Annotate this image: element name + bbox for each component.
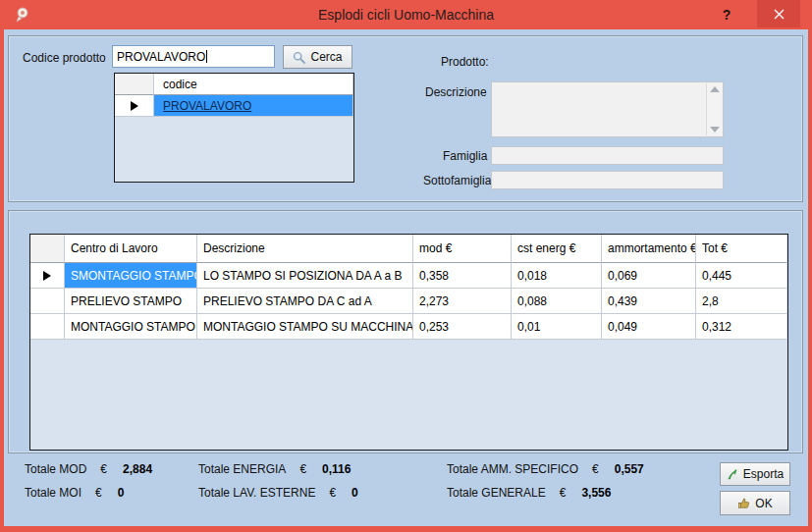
row-selector-cell[interactable] xyxy=(115,95,154,117)
famiglia-label: Famiglia xyxy=(443,149,487,163)
totale-moi: Totale MOI € 0 xyxy=(25,486,124,500)
table-row[interactable]: SMONTAGGIO STAMPO LO STAMPO SI POSIZIONA… xyxy=(30,263,787,289)
sottofamiglia-field xyxy=(491,171,724,189)
ok-button[interactable]: OK xyxy=(720,491,790,515)
codice-prodotto-input[interactable]: PROVALAVORO xyxy=(112,45,275,68)
cell-tot[interactable]: 0,445 xyxy=(696,263,786,289)
euro-symbol: € xyxy=(560,486,567,500)
cell-descrizione[interactable]: PRELIEVO STAMPO DA C ad A xyxy=(197,289,413,314)
cell-centro[interactable]: MONTAGGIO STAMPO xyxy=(65,314,197,340)
codice-prodotto-value: PROVALAVORO xyxy=(117,50,205,64)
table-row[interactable]: MONTAGGIO STAMPO MONTAGGIO STAMPO SU MAC… xyxy=(30,314,787,340)
results-grid-header: codice xyxy=(115,74,353,95)
export-icon xyxy=(727,468,738,480)
col-descrizione: Descrizione xyxy=(197,235,413,263)
esporta-button-label: Esporta xyxy=(743,467,784,481)
results-selector-header xyxy=(115,74,154,95)
col-tot: Tot € xyxy=(696,235,786,263)
cell-centro[interactable]: SMONTAGGIO STAMPO xyxy=(65,263,197,289)
totale-amm-specifico: Totale AMM. SPECIFICO € 0,557 xyxy=(447,462,644,476)
euro-symbol: € xyxy=(95,486,102,500)
text-caret xyxy=(206,50,207,63)
thumbs-up-icon xyxy=(737,497,750,509)
dialog-window: Esplodi cicli Uomo-Macchina ? Codice pro… xyxy=(0,0,812,532)
cell-mod[interactable]: 0,358 xyxy=(413,263,512,289)
search-panel: Codice prodotto PROVALAVORO Cerca codice… xyxy=(8,35,803,202)
cell-ammortamento[interactable]: 0,069 xyxy=(602,263,696,289)
cell-cst-energ[interactable]: 0,01 xyxy=(512,314,602,340)
current-row-marker-icon xyxy=(43,271,51,281)
cycles-grid: Centro di Lavoro Descrizione mod € cst e… xyxy=(29,234,788,451)
totale-lav-esterne-value: 0 xyxy=(352,486,358,500)
euro-symbol: € xyxy=(329,486,336,500)
totale-generale-label: Totale GENERALE xyxy=(447,486,546,500)
codice-prodotto-label: Codice prodotto xyxy=(23,51,106,65)
table-row[interactable]: PRELIEVO STAMPO PRELIEVO STAMPO DA C ad … xyxy=(30,289,787,314)
prodotto-label: Prodotto: xyxy=(441,55,489,69)
cell-ammortamento[interactable]: 0,439 xyxy=(602,289,696,314)
famiglia-field xyxy=(491,146,724,165)
cell-mod[interactable]: 0,253 xyxy=(413,314,512,340)
scroll-up-icon[interactable] xyxy=(710,86,720,92)
col-ammortamento: ammortamento € xyxy=(602,235,696,263)
totale-generale: Totale GENERALE € 3,556 xyxy=(447,486,611,500)
totale-amm-specifico-label: Totale AMM. SPECIFICO xyxy=(447,462,578,476)
cell-cst-energ[interactable]: 0,088 xyxy=(512,289,602,314)
help-button[interactable]: ? xyxy=(712,0,741,29)
cell-mod[interactable]: 2,273 xyxy=(413,289,512,314)
row-selector-cell[interactable] xyxy=(30,263,65,289)
totale-lav-esterne: Totale LAV. ESTERNE € 0 xyxy=(198,486,358,500)
descrizione-textarea xyxy=(491,81,724,137)
close-icon xyxy=(774,9,785,20)
cerca-button[interactable]: Cerca xyxy=(283,45,352,69)
results-cell-codice[interactable]: PROVALAVORO xyxy=(154,95,353,117)
cycles-grid-header: Centro di Lavoro Descrizione mod € cst e… xyxy=(30,235,787,263)
totale-mod-value: 2,884 xyxy=(123,462,152,476)
results-row[interactable]: PROVALAVORO xyxy=(115,95,353,117)
totale-energia: Totale ENERGIA € 0,116 xyxy=(198,462,351,476)
totale-generale-value: 3,556 xyxy=(581,486,611,500)
euro-symbol: € xyxy=(592,462,599,476)
cerca-button-label: Cerca xyxy=(310,50,342,64)
cell-centro[interactable]: PRELIEVO STAMPO xyxy=(65,289,197,314)
row-selector-cell[interactable] xyxy=(30,314,65,340)
cell-tot[interactable]: 0,312 xyxy=(696,314,786,340)
totale-moi-value: 0 xyxy=(118,486,125,500)
ok-button-label: OK xyxy=(755,497,772,510)
totale-mod-label: Totale MOD xyxy=(25,462,86,476)
sottofamiglia-label: Sottofamiglia xyxy=(423,174,491,187)
totale-amm-specifico-value: 0,557 xyxy=(615,462,644,476)
cell-tot[interactable]: 2,8 xyxy=(696,289,786,314)
row-selector-cell[interactable] xyxy=(30,289,65,314)
results-col-codice: codice xyxy=(154,74,353,95)
totale-mod: Totale MOD € 2,884 xyxy=(25,462,152,476)
cell-ammortamento[interactable]: 0,049 xyxy=(602,314,696,340)
cell-descrizione[interactable]: MONTAGGIO STAMPO SU MACCHINA... xyxy=(197,314,413,340)
descrizione-label: Descrizione xyxy=(425,85,487,99)
col-cst-energ: cst energ € xyxy=(512,235,602,263)
totale-energia-label: Totale ENERGIA xyxy=(198,462,286,476)
titlebar: Esplodi cicli Uomo-Macchina ? xyxy=(0,0,812,29)
descrizione-scrollbar[interactable] xyxy=(706,83,722,135)
selector-col-header xyxy=(30,235,65,263)
scroll-down-icon[interactable] xyxy=(710,127,720,133)
product-results-grid: codice PROVALAVORO xyxy=(114,73,354,183)
cycles-panel: Centro di Lavoro Descrizione mod € cst e… xyxy=(8,210,803,453)
cell-descrizione[interactable]: LO STAMPO SI POSIZIONA DA A a B xyxy=(197,263,413,289)
search-icon xyxy=(293,51,305,64)
esporta-button[interactable]: Esporta xyxy=(720,462,790,486)
euro-symbol: € xyxy=(299,462,306,476)
col-centro-di-lavoro: Centro di Lavoro xyxy=(65,235,197,263)
totale-moi-label: Totale MOI xyxy=(25,486,81,500)
totale-energia-value: 0,116 xyxy=(322,462,351,476)
euro-symbol: € xyxy=(100,462,107,476)
col-mod: mod € xyxy=(413,235,512,263)
cell-cst-energ[interactable]: 0,018 xyxy=(512,263,602,289)
close-button[interactable] xyxy=(757,0,800,27)
totale-lav-esterne-label: Totale LAV. ESTERNE xyxy=(198,486,315,500)
window-title: Esplodi cicli Uomo-Macchina xyxy=(0,0,812,29)
current-row-marker-icon xyxy=(131,101,138,111)
